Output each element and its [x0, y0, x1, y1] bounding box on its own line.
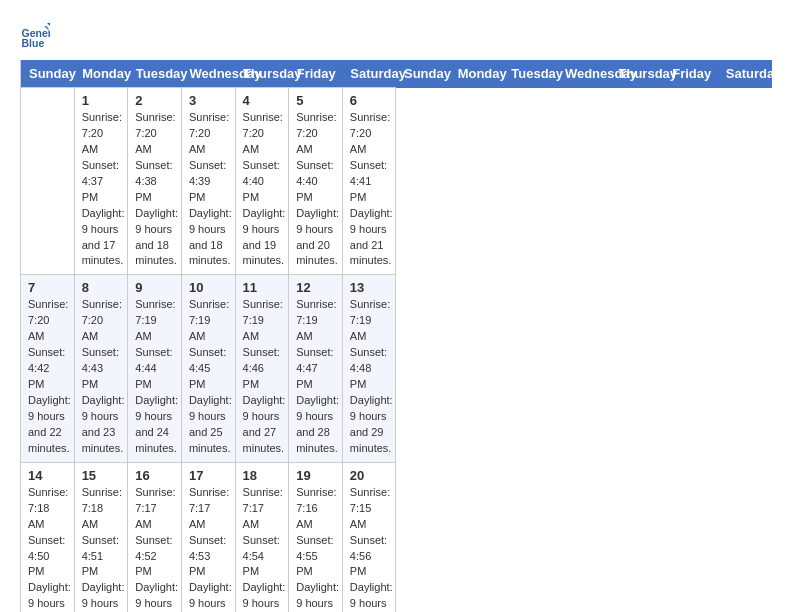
day-header-thursday: Thursday [235, 60, 289, 88]
calendar-cell: 16Sunrise: 7:17 AMSunset: 4:52 PMDayligh… [128, 462, 182, 612]
day-number: 2 [135, 93, 174, 108]
day-number: 4 [243, 93, 282, 108]
cell-info: Sunrise: 7:19 AMSunset: 4:47 PMDaylight:… [296, 297, 335, 456]
cell-info: Sunrise: 7:20 AMSunset: 4:42 PMDaylight:… [28, 297, 67, 456]
calendar-cell: 5Sunrise: 7:20 AMSunset: 4:40 PMDaylight… [289, 88, 343, 275]
svg-text:Blue: Blue [22, 37, 45, 49]
header-row: SundayMondayTuesdayWednesdayThursdayFrid… [21, 60, 772, 88]
calendar-cell: 11Sunrise: 7:19 AMSunset: 4:46 PMDayligh… [235, 275, 289, 462]
day-number: 9 [135, 280, 174, 295]
cell-info: Sunrise: 7:15 AMSunset: 4:56 PMDaylight:… [350, 485, 389, 612]
calendar-cell: 15Sunrise: 7:18 AMSunset: 4:51 PMDayligh… [74, 462, 128, 612]
day-number: 15 [82, 468, 121, 483]
cell-info: Sunrise: 7:19 AMSunset: 4:48 PMDaylight:… [350, 297, 389, 456]
cell-info: Sunrise: 7:20 AMSunset: 4:43 PMDaylight:… [82, 297, 121, 456]
day-header-saturday: Saturday [718, 60, 772, 88]
calendar-cell: 4Sunrise: 7:20 AMSunset: 4:40 PMDaylight… [235, 88, 289, 275]
calendar-table: SundayMondayTuesdayWednesdayThursdayFrid… [20, 60, 772, 612]
cell-info: Sunrise: 7:16 AMSunset: 4:55 PMDaylight:… [296, 485, 335, 612]
cell-info: Sunrise: 7:19 AMSunset: 4:46 PMDaylight:… [243, 297, 282, 456]
calendar-cell: 18Sunrise: 7:17 AMSunset: 4:54 PMDayligh… [235, 462, 289, 612]
calendar-cell: 10Sunrise: 7:19 AMSunset: 4:45 PMDayligh… [181, 275, 235, 462]
cell-info: Sunrise: 7:20 AMSunset: 4:38 PMDaylight:… [135, 110, 174, 269]
day-number: 1 [82, 93, 121, 108]
cell-info: Sunrise: 7:17 AMSunset: 4:52 PMDaylight:… [135, 485, 174, 612]
calendar-cell: 14Sunrise: 7:18 AMSunset: 4:50 PMDayligh… [21, 462, 75, 612]
cell-info: Sunrise: 7:20 AMSunset: 4:41 PMDaylight:… [350, 110, 389, 269]
week-row-1: 1Sunrise: 7:20 AMSunset: 4:37 PMDaylight… [21, 88, 772, 275]
day-number: 14 [28, 468, 67, 483]
calendar-cell: 2Sunrise: 7:20 AMSunset: 4:38 PMDaylight… [128, 88, 182, 275]
day-header-wednesday: Wednesday [181, 60, 235, 88]
day-header-monday: Monday [450, 60, 504, 88]
day-number: 18 [243, 468, 282, 483]
day-number: 16 [135, 468, 174, 483]
calendar-cell: 6Sunrise: 7:20 AMSunset: 4:41 PMDaylight… [342, 88, 396, 275]
calendar-cell: 3Sunrise: 7:20 AMSunset: 4:39 PMDaylight… [181, 88, 235, 275]
calendar-cell: 7Sunrise: 7:20 AMSunset: 4:42 PMDaylight… [21, 275, 75, 462]
day-header-friday: Friday [664, 60, 718, 88]
calendar-cell: 13Sunrise: 7:19 AMSunset: 4:48 PMDayligh… [342, 275, 396, 462]
calendar-cell: 12Sunrise: 7:19 AMSunset: 4:47 PMDayligh… [289, 275, 343, 462]
calendar-cell [21, 88, 75, 275]
day-number: 3 [189, 93, 228, 108]
cell-info: Sunrise: 7:18 AMSunset: 4:51 PMDaylight:… [82, 485, 121, 612]
cell-info: Sunrise: 7:20 AMSunset: 4:39 PMDaylight:… [189, 110, 228, 269]
day-number: 8 [82, 280, 121, 295]
cell-info: Sunrise: 7:18 AMSunset: 4:50 PMDaylight:… [28, 485, 67, 612]
calendar-cell: 19Sunrise: 7:16 AMSunset: 4:55 PMDayligh… [289, 462, 343, 612]
day-header-tuesday: Tuesday [503, 60, 557, 88]
cell-info: Sunrise: 7:17 AMSunset: 4:54 PMDaylight:… [243, 485, 282, 612]
calendar-cell: 1Sunrise: 7:20 AMSunset: 4:37 PMDaylight… [74, 88, 128, 275]
day-header-saturday: Saturday [342, 60, 396, 88]
week-row-3: 14Sunrise: 7:18 AMSunset: 4:50 PMDayligh… [21, 462, 772, 612]
calendar-cell: 8Sunrise: 7:20 AMSunset: 4:43 PMDaylight… [74, 275, 128, 462]
day-number: 7 [28, 280, 67, 295]
day-header-monday: Monday [74, 60, 128, 88]
day-number: 17 [189, 468, 228, 483]
day-header-wednesday: Wednesday [557, 60, 611, 88]
cell-info: Sunrise: 7:19 AMSunset: 4:44 PMDaylight:… [135, 297, 174, 456]
calendar-cell: 20Sunrise: 7:15 AMSunset: 4:56 PMDayligh… [342, 462, 396, 612]
day-header-sunday: Sunday [21, 60, 75, 88]
day-number: 10 [189, 280, 228, 295]
day-number: 11 [243, 280, 282, 295]
day-number: 5 [296, 93, 335, 108]
page-header: General Blue [20, 20, 772, 50]
cell-info: Sunrise: 7:20 AMSunset: 4:40 PMDaylight:… [243, 110, 282, 269]
day-number: 13 [350, 280, 389, 295]
cell-info: Sunrise: 7:20 AMSunset: 4:37 PMDaylight:… [82, 110, 121, 269]
calendar-cell: 9Sunrise: 7:19 AMSunset: 4:44 PMDaylight… [128, 275, 182, 462]
logo-icon: General Blue [20, 20, 50, 50]
day-number: 6 [350, 93, 389, 108]
day-header-friday: Friday [289, 60, 343, 88]
day-number: 12 [296, 280, 335, 295]
day-header-sunday: Sunday [396, 60, 450, 88]
day-header-thursday: Thursday [611, 60, 665, 88]
day-header-tuesday: Tuesday [128, 60, 182, 88]
cell-info: Sunrise: 7:19 AMSunset: 4:45 PMDaylight:… [189, 297, 228, 456]
day-number: 20 [350, 468, 389, 483]
cell-info: Sunrise: 7:17 AMSunset: 4:53 PMDaylight:… [189, 485, 228, 612]
day-number: 19 [296, 468, 335, 483]
week-row-2: 7Sunrise: 7:20 AMSunset: 4:42 PMDaylight… [21, 275, 772, 462]
calendar-cell: 17Sunrise: 7:17 AMSunset: 4:53 PMDayligh… [181, 462, 235, 612]
logo: General Blue [20, 20, 54, 50]
cell-info: Sunrise: 7:20 AMSunset: 4:40 PMDaylight:… [296, 110, 335, 269]
